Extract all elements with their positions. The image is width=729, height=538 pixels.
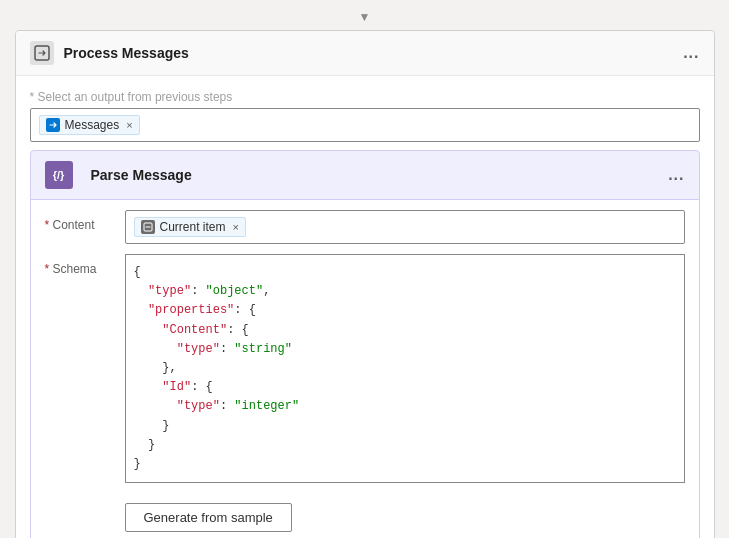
current-item-token: Current item × [134, 217, 246, 237]
process-messages-card: Process Messages ... * Select an output … [15, 30, 715, 538]
parse-icon: {/} [45, 161, 73, 189]
parse-icon-symbol: {/} [53, 169, 65, 181]
current-item-token-input[interactable]: Current item × [125, 210, 685, 244]
header-left: Process Messages [30, 41, 189, 65]
messages-token-input[interactable]: Messages × [30, 108, 700, 142]
top-arrow [15, 10, 715, 24]
schema-editor-area: { "type": "object", "properties": { "Con… [125, 254, 685, 483]
schema-row: Schema { "type": "object", "properties":… [45, 254, 685, 483]
schema-label: Schema [45, 254, 125, 276]
parse-message-title: Parse Message [91, 167, 192, 183]
content-label: Content [45, 210, 125, 232]
parse-card-body: Content Cur [31, 200, 699, 538]
current-item-label: Current item [160, 220, 226, 234]
content-input-area[interactable]: Current item × [125, 210, 685, 244]
output-label: * Select an output from previous steps [30, 90, 700, 104]
messages-token-label: Messages [65, 118, 120, 132]
generate-from-sample-button[interactable]: Generate from sample [125, 503, 292, 532]
messages-token-close[interactable]: × [126, 119, 132, 131]
generate-btn-container: Generate from sample [45, 493, 685, 532]
process-card-header: Process Messages ... [16, 31, 714, 76]
process-more-options[interactable]: ... [683, 44, 699, 62]
messages-token: Messages × [39, 115, 140, 135]
content-row: Content Cur [45, 210, 685, 244]
schema-editor[interactable]: { "type": "object", "properties": { "Con… [125, 254, 685, 483]
loop-icon [30, 41, 54, 65]
parse-more-options[interactable]: ... [668, 166, 684, 184]
current-item-icon [141, 220, 155, 234]
current-item-close[interactable]: × [233, 221, 239, 233]
parse-card-header: {/} Parse Message ... [31, 151, 699, 200]
parse-message-card: {/} Parse Message ... Content [30, 150, 700, 538]
process-messages-title: Process Messages [64, 45, 189, 61]
parse-header-left: {/} Parse Message [45, 161, 192, 189]
process-card-body: * Select an output from previous steps M… [16, 76, 714, 538]
main-container: Process Messages ... * Select an output … [15, 10, 715, 538]
messages-token-icon [46, 118, 60, 132]
